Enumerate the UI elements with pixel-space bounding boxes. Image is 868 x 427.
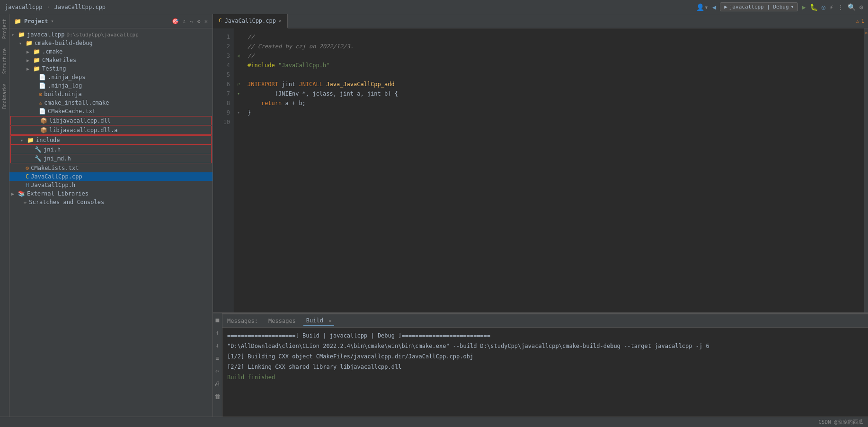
root-folder-icon: 📁	[18, 31, 25, 38]
project-more-icon[interactable]: ✕	[204, 18, 208, 25]
tree-item-root[interactable]: ▾ 📁 javacallcpp D:\studyCpp\javacallcpp	[9, 30, 213, 39]
more-run-button[interactable]: ⋮	[837, 3, 844, 11]
title-breadcrumb: javacallcpp › JavaCallCpp.cpp	[5, 4, 106, 10]
cmake-build-folder-icon: 📁	[26, 40, 33, 46]
locate-icon[interactable]: 🎯	[172, 18, 179, 25]
include-arrow: ▾	[20, 138, 26, 143]
tree-item-external[interactable]: ▶ 📚 External Libraries	[9, 189, 213, 198]
tree-item-libdlla[interactable]: ▶ 📦 libjavacallcpp.dll.a	[10, 126, 212, 135]
code-line-6: JNIEXPORT jint JNICALL Java_JavaCallCpp_…	[248, 80, 859, 89]
run-config-label: javacallcpp | Debug	[729, 4, 789, 10]
structure-strip-label[interactable]: Structure	[2, 48, 7, 74]
find-button[interactable]: 🔍	[848, 3, 856, 11]
tree-item-build-ninja[interactable]: ▶ ⚙ build.ninja	[9, 90, 213, 98]
status-right: CSDN @凉凉的西瓜	[818, 418, 863, 426]
back-icon[interactable]: ◀	[712, 3, 716, 11]
scroll-up-icon[interactable]: ↑	[216, 329, 220, 336]
breadcrumb-separator: ›	[46, 4, 50, 10]
bottom-content: ====================[ Build | javacallcp…	[222, 328, 868, 417]
jni-h-icon: 🔧	[35, 146, 42, 153]
filter-icon[interactable]: ≡	[216, 355, 220, 362]
bottom-tab-build-close[interactable]: ✕	[328, 318, 331, 323]
scratches-icon: ✏	[24, 199, 27, 205]
profile-run-button[interactable]: ⚡	[829, 3, 833, 11]
gutter-1	[234, 32, 243, 42]
editor-tab-javacallcpp[interactable]: C JavaCallCpp.cpp ✕	[213, 14, 288, 28]
project-header-icons: 🎯 ⇕ ⇔ ⚙ ✕	[172, 18, 208, 25]
tree-item-jni-h[interactable]: ▶ 🔧 jni.h	[10, 145, 212, 154]
tree-item-libdll[interactable]: ▶ 📦 libjavacallcpp.dll	[10, 116, 212, 125]
tree-item-javacallcpp-cpp[interactable]: ▶ C JavaCallCpp.cpp	[9, 172, 213, 181]
cmakefiles-label: CMakeFiles	[42, 57, 76, 63]
libdlla-label: libjavacallcpp.dll.a	[49, 127, 118, 133]
project-header-arrow[interactable]: ▾	[51, 18, 54, 24]
profile-icon[interactable]: 👤▾	[696, 3, 708, 11]
tab-label: JavaCallCpp.cpp	[225, 18, 276, 24]
bottom-tab-messages[interactable]: Messages	[266, 317, 299, 325]
cmake-build-arrow: ▾	[19, 41, 25, 46]
javacallcpp-h-label: JavaCallCpp.h	[31, 182, 75, 188]
scroll-down-icon[interactable]: ↓	[216, 342, 220, 349]
cmake-install-label: cmake_install.cmake	[44, 99, 109, 106]
build-line-command: "D:\AllDownload\clion\CLion 2022.2.4\bin…	[227, 342, 863, 350]
run-config-selector[interactable]: ▶ javacallcpp | Debug ▾	[720, 2, 798, 11]
code-line-2: // Created by czj on 2022/12/3.	[248, 42, 859, 51]
external-arrow: ▶	[11, 191, 17, 196]
tree-item-cmake-build-debug[interactable]: ▾ 📁 cmake-build-debug	[9, 39, 213, 47]
settings-button[interactable]: ⚙	[859, 3, 863, 11]
gutter-10	[234, 117, 243, 127]
project-strip-label[interactable]: Project	[2, 19, 7, 39]
line-num-5: 5	[213, 70, 230, 80]
cmake-build-label: cmake-build-debug	[35, 40, 93, 46]
run-button[interactable]: ▶	[802, 3, 806, 11]
tree-item-cmakelists[interactable]: ▶ ⚙ CMakeLists.txt	[9, 164, 213, 172]
ninja-log-icon: 📄	[39, 82, 46, 89]
editor-content[interactable]: 1 2 3 4 5 6 7 8 9 10 ◁	[213, 28, 868, 312]
tree-item-jni-md-h[interactable]: ▶ 🔧 jni_md.h	[10, 154, 212, 163]
expand-all-icon[interactable]: ⇔	[190, 18, 193, 25]
bottom-tab-build-label: Build	[306, 317, 323, 324]
ninja-deps-label: .ninja_deps	[48, 74, 85, 80]
tree-item-cmake[interactable]: ▶ 📁 .cmake	[9, 47, 213, 56]
include-folder-icon: 📁	[27, 137, 34, 143]
compare-icon[interactable]: ⇔	[216, 367, 220, 374]
testing-arrow: ▶	[27, 66, 32, 71]
editor-scrollbar[interactable]: ▷	[864, 28, 868, 312]
jni-md-h-label: jni_md.h	[44, 155, 71, 162]
project-settings-icon[interactable]: ⚙	[197, 18, 201, 25]
tree-item-ninja-deps[interactable]: ▶ 📄 .ninja_deps	[9, 73, 213, 81]
tree-item-testing[interactable]: ▶ 📁 Testing	[9, 64, 213, 73]
print-icon[interactable]: 🖨	[214, 380, 221, 387]
coverage-button[interactable]: ◎	[822, 3, 825, 11]
project-header-title: Project	[24, 18, 48, 25]
line-num-2: 2	[213, 42, 230, 51]
cmake-label: .cmake	[42, 48, 62, 55]
tree-item-javacallcpp-h[interactable]: ▶ H JavaCallCpp.h	[9, 181, 213, 189]
line-num-7: 7	[213, 89, 230, 98]
title-bar-right: 👤▾ ◀ ▶ javacallcpp | Debug ▾ ▶ 🐛 ◎ ⚡ ⋮ 🔍…	[696, 2, 863, 11]
stop-icon[interactable]: ■	[216, 316, 220, 323]
editor-area: C JavaCallCpp.cpp ✕ ⚠ 1 1 2 3 4 5 6	[213, 14, 868, 312]
bookmarks-strip-label[interactable]: Bookmarks	[2, 83, 7, 109]
line-num-6: 6	[213, 80, 230, 89]
gutter-6[interactable]: ⇄	[234, 80, 243, 89]
tab-close-button[interactable]: ✕	[279, 18, 282, 23]
javacallcpp-cpp-icon: C	[26, 173, 29, 180]
tree-item-cmakefiles[interactable]: ▶ 📁 CMakeFiles	[9, 56, 213, 64]
code-line-5	[248, 70, 859, 80]
collapse-all-icon[interactable]: ⇕	[183, 18, 186, 25]
tree-item-ninja-log[interactable]: ▶ 📄 .ninja_log	[9, 81, 213, 90]
cmake-folder-icon: 📁	[33, 48, 40, 55]
tree-item-include[interactable]: ▾ 📁 include	[10, 135, 212, 145]
bottom-tab-build[interactable]: Build ✕	[303, 316, 334, 326]
cmake-install-icon: ⚠	[39, 99, 42, 106]
tree-item-cmake-install[interactable]: ▶ ⚠ cmake_install.cmake	[9, 98, 213, 107]
run-config-dropdown-icon: ▾	[791, 4, 794, 10]
debug-button[interactable]: 🐛	[810, 3, 818, 11]
delete-icon[interactable]: 🗑	[214, 393, 221, 400]
tree-item-cmakecache[interactable]: ▶ 📄 CMakeCache.txt	[9, 107, 213, 116]
code-area[interactable]: // // Created by czj on 2022/12/3. // #i…	[243, 28, 864, 312]
tree-item-scratches[interactable]: ▶ ✏ Scratches and Consoles	[9, 198, 213, 206]
jni-h-label: jni.h	[44, 146, 61, 153]
root-path: D:\studyCpp\javacallcpp	[66, 32, 138, 38]
